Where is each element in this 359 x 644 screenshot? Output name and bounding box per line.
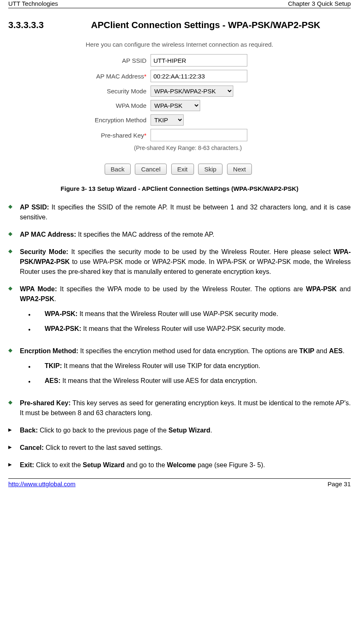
sub-aes: AES: It means that the Wireless Router w… (45, 376, 351, 386)
sub-wpa-psk: WPA-PSK: It means that the Wireless Rout… (45, 309, 351, 319)
label-ap-mac: AP MAC Address* (64, 73, 151, 80)
next-button[interactable]: Next (227, 164, 252, 175)
sub-wpa2-psk: WPA2-PSK: It means that the Wireless Rou… (45, 324, 351, 334)
dot-icon (20, 376, 45, 386)
skip-button[interactable]: Skip (198, 164, 223, 175)
section-heading: 3.3.3.3.3 APClient Connection Settings -… (8, 20, 351, 31)
bullet-ap-mac: AP MAC Address: It specifies the MAC add… (20, 230, 351, 240)
bullet-icon (8, 398, 20, 418)
input-ap-ssid[interactable] (151, 54, 247, 67)
description-list: AP SSID: It specifies the SSID of the re… (8, 202, 351, 470)
bullet-pre-shared-key: Pre-shared Key: This key serves as seed … (20, 398, 351, 418)
section-title: APClient Connection Settings - WPA-PSK/W… (91, 20, 321, 31)
triangle-icon (8, 443, 20, 453)
input-pre-shared-key[interactable] (151, 129, 247, 141)
bullet-icon (8, 247, 20, 277)
label-security-mode: Security Mode (64, 88, 151, 95)
settings-form: AP SSID AP MAC Address* Security Mode WP… (64, 54, 295, 151)
dot-icon (20, 361, 45, 371)
bullet-encryption-method: Encrption Method: It specifies the encry… (20, 346, 351, 391)
input-ap-mac[interactable] (151, 70, 247, 82)
bullet-cancel: Cancel: Click to revert to the last save… (20, 443, 351, 453)
exit-button[interactable]: Exit (171, 164, 194, 175)
section-number: 3.3.3.3.3 (8, 20, 91, 31)
label-encryption-method: Encryption Method (64, 116, 151, 124)
dot-icon (20, 324, 45, 334)
cancel-button[interactable]: Cancel (135, 164, 167, 175)
page-header: UTT Technologies Chapter 3 Quick Setup (8, 0, 351, 8)
bullet-icon (8, 346, 20, 391)
bullet-exit: Exit: Click to exit the Setup Wizard and… (20, 460, 351, 470)
triangle-icon (8, 425, 20, 435)
label-wpa-mode: WPA Mode (64, 102, 151, 109)
back-button[interactable]: Back (105, 164, 131, 175)
select-encryption-method[interactable]: TKIP (151, 114, 184, 126)
psk-hint: (Pre-shared Key Range: 8-63 characters.) (134, 145, 295, 151)
dot-icon (20, 309, 45, 319)
sub-tkip: TKIP: It means that the Wireless Router … (45, 361, 351, 371)
select-security-mode[interactable]: WPA-PSK/WPA2-PSK (151, 86, 233, 97)
bullet-ap-ssid: AP SSID: It specifies the SSID of the re… (20, 202, 351, 222)
header-right: Chapter 3 Quick Setup (288, 0, 351, 7)
footer-url[interactable]: http://www.uttglobal.com (8, 480, 76, 487)
select-wpa-mode[interactable]: WPA-PSK (151, 100, 200, 111)
bullet-icon (8, 230, 20, 240)
bullet-icon (8, 202, 20, 222)
bullet-icon (8, 284, 20, 339)
bullet-wpa-mode: WPA Mode: It specifies the WPA mode to b… (20, 284, 351, 339)
bullet-back: Back: Click to go back to the previous p… (20, 425, 351, 435)
header-left: UTT Technologies (8, 0, 58, 7)
footer-page: Page 31 (328, 480, 351, 487)
wizard-buttons: Back Cancel Exit Skip Next (8, 164, 351, 175)
triangle-icon (8, 460, 20, 470)
label-pre-shared-key: Pre-shared Key* (64, 132, 151, 139)
page-footer: http://www.uttglobal.com Page 31 (8, 478, 351, 487)
label-ap-ssid: AP SSID (64, 57, 151, 64)
form-intro: Here you can configure the wireless Inte… (8, 41, 351, 48)
bullet-security-mode: Security Mode: It specifies the security… (20, 247, 351, 277)
figure-caption: Figure 3- 13 Setup Wizard - APClient Con… (8, 185, 351, 192)
